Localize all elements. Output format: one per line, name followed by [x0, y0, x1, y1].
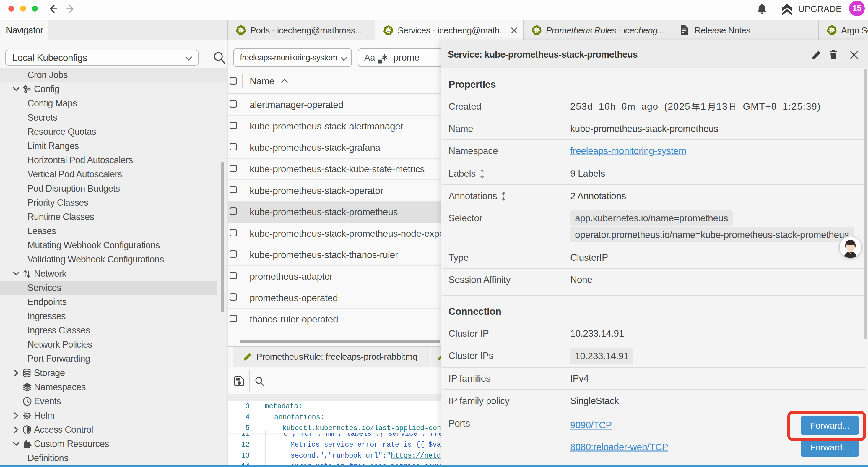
svg-text:HELM: HELM	[24, 415, 30, 417]
